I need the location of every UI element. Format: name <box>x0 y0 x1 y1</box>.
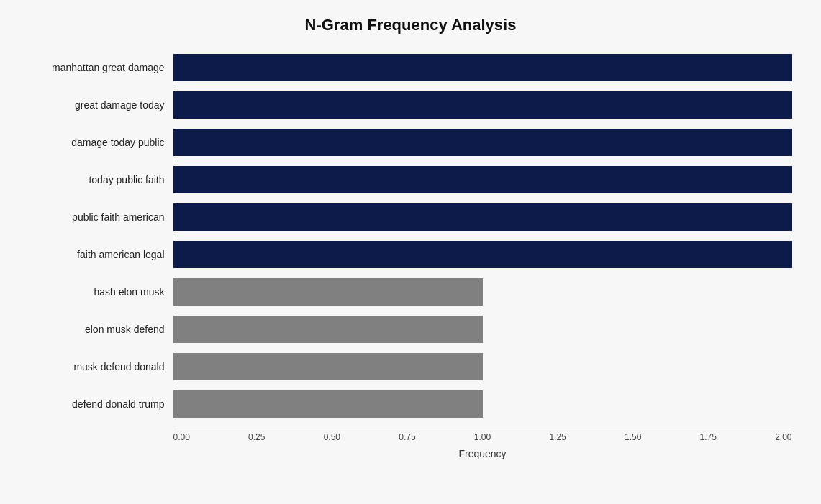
x-tick: 1.25 <box>549 432 566 442</box>
bar-track <box>173 54 792 81</box>
bar-label: damage today public <box>30 137 173 148</box>
x-tick: 1.50 <box>625 432 641 442</box>
bar-row: great damage today <box>30 86 792 124</box>
bar-track <box>173 353 792 380</box>
x-axis-label: Frequency <box>173 448 792 459</box>
bar-label: manhattan great damage <box>30 62 173 73</box>
bar-row: damage today public <box>30 124 792 161</box>
bar-row: public faith american <box>30 198 792 236</box>
x-axis: 0.000.250.500.751.001.251.501.752.00 <box>173 429 792 442</box>
chart-area: manhattan great damagegreat damage today… <box>30 49 792 423</box>
bar-label: elon musk defend <box>30 324 173 335</box>
x-axis-ticks: 0.000.250.500.751.001.251.501.752.00 <box>173 429 792 442</box>
bar-row: today public faith <box>30 161 792 198</box>
x-tick: 0.25 <box>248 432 265 442</box>
bar-fill <box>173 54 792 81</box>
bar-row: faith american legal <box>30 236 792 273</box>
bar-label: public faith american <box>30 211 173 223</box>
bar-fill <box>173 203 792 231</box>
bar-track <box>173 91 792 119</box>
bar-fill <box>173 241 792 268</box>
x-tick: 1.75 <box>700 432 717 442</box>
bar-row: musk defend donald <box>30 348 792 385</box>
bar-label: faith american legal <box>30 249 173 260</box>
bar-row: defend donald trump <box>30 385 792 423</box>
bar-track <box>173 241 792 268</box>
x-tick: 1.00 <box>474 432 491 442</box>
bar-row: manhattan great damage <box>30 49 792 86</box>
bar-track <box>173 316 792 343</box>
bar-row: elon musk defend <box>30 311 792 348</box>
bar-fill <box>173 166 792 193</box>
bar-fill <box>173 316 483 343</box>
bar-row: hash elon musk <box>30 273 792 311</box>
bar-track <box>173 166 792 193</box>
bar-track <box>173 129 792 156</box>
bar-fill <box>173 278 483 306</box>
bar-label: hash elon musk <box>30 286 173 298</box>
bar-track <box>173 390 792 418</box>
x-tick: 0.50 <box>324 432 340 442</box>
bar-fill <box>173 390 483 418</box>
bar-label: today public faith <box>30 174 173 185</box>
bar-label: musk defend donald <box>30 361 173 372</box>
chart-title: N-Gram Frequency Analysis <box>30 16 792 35</box>
bar-fill <box>173 91 792 119</box>
x-tick: 0.75 <box>399 432 415 442</box>
x-tick: 2.00 <box>775 432 791 442</box>
bar-label: defend donald trump <box>30 398 173 410</box>
bar-fill <box>173 353 483 380</box>
chart-container: N-Gram Frequency Analysis manhattan grea… <box>15 1 807 503</box>
bar-track <box>173 203 792 231</box>
x-tick: 0.00 <box>173 432 190 442</box>
bar-label: great damage today <box>30 99 173 111</box>
bar-track <box>173 278 792 306</box>
bar-fill <box>173 129 792 156</box>
